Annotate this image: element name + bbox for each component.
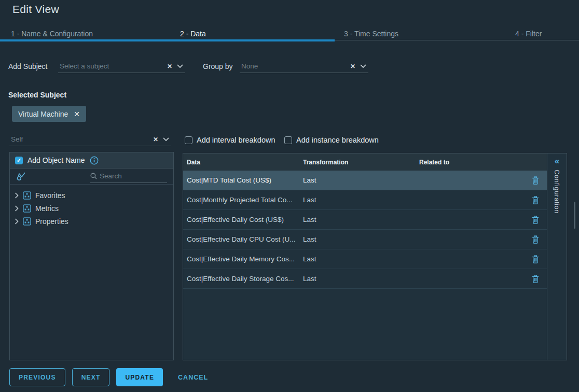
- tab-active-underline: [0, 39, 335, 41]
- chevron-down-icon[interactable]: [162, 137, 171, 141]
- configuration-label: Configuration: [553, 170, 561, 214]
- cell-data: Cost|Effective Daily CPU Cost (U...: [183, 235, 299, 243]
- table-row[interactable]: Cost|Effective Daily CPU Cost (U... Last: [183, 230, 547, 249]
- search-row: Search: [10, 169, 173, 185]
- delete-row-icon[interactable]: [524, 216, 547, 224]
- chevron-right-icon: [15, 218, 19, 225]
- delete-row-icon[interactable]: [524, 176, 547, 185]
- add-subject-placeholder: Select a subject: [58, 62, 163, 70]
- table-header: Data Transformation Related to: [183, 153, 547, 171]
- search-placeholder: Search: [100, 172, 122, 180]
- tab-time-settings[interactable]: 3 - Time Settings: [344, 30, 398, 38]
- tab-name-configuration[interactable]: 1 - Name & Configuration: [11, 30, 93, 38]
- add-object-name-checkbox[interactable]: ✓: [15, 157, 23, 164]
- search-input[interactable]: Search: [90, 170, 167, 183]
- instance-breakdown-checkbox[interactable]: [284, 136, 292, 144]
- cell-transformation: Last: [299, 255, 416, 263]
- configuration-side-tab[interactable]: « Configuration: [547, 153, 567, 360]
- tree-item-label: Properties: [35, 217, 68, 226]
- wizard-footer: PREVIOUS NEXT UPDATE CANCEL: [9, 368, 211, 386]
- delete-row-icon[interactable]: [524, 196, 547, 204]
- previous-button[interactable]: PREVIOUS: [9, 368, 65, 386]
- metric-picker-panel: ✓ Add Object Name Search: [9, 152, 174, 360]
- collapse-panel-icon[interactable]: «: [555, 157, 559, 165]
- add-instance-breakdown[interactable]: Add instance breakdown: [284, 136, 379, 144]
- group-by-select[interactable]: None ✕: [240, 60, 368, 73]
- cell-transformation: Last: [299, 216, 416, 223]
- add-subject-label: Add Subject: [8, 62, 48, 71]
- tree-item-label: Metrics: [35, 204, 59, 213]
- instance-breakdown-label: Add instance breakdown: [296, 136, 379, 144]
- chip-remove-icon[interactable]: ✕: [74, 110, 80, 118]
- group-by-label: Group by: [203, 62, 233, 71]
- column-header-data: Data: [183, 159, 299, 166]
- add-subject-select[interactable]: Select a subject ✕: [58, 60, 185, 73]
- delete-row-icon[interactable]: [524, 235, 547, 244]
- tab-data[interactable]: 2 - Data: [180, 30, 206, 38]
- table-row[interactable]: Cost|Effective Daily Memory Cos... Last: [183, 249, 547, 269]
- metric-group-icon: [23, 217, 31, 226]
- add-object-name-row[interactable]: ✓ Add Object Name: [10, 152, 173, 169]
- table-row[interactable]: Cost|Effective Daily Cost (US$) Last: [183, 210, 547, 230]
- relationship-select[interactable]: Self ✕: [9, 133, 171, 146]
- clear-icon[interactable]: ✕: [163, 63, 176, 70]
- next-button[interactable]: NEXT: [72, 368, 110, 386]
- metric-group-icon: [23, 204, 31, 213]
- interval-breakdown-checkbox[interactable]: [185, 136, 192, 144]
- cell-data: Cost|Effective Daily Cost (US$): [183, 216, 299, 223]
- scrollbar-thumb[interactable]: [574, 202, 575, 229]
- table-row[interactable]: Cost|MTD Total Cost (US$) Last: [183, 171, 547, 190]
- add-object-name-label: Add Object Name: [27, 156, 85, 164]
- data-table: Data Transformation Related to Cost|MTD …: [183, 153, 547, 360]
- table-row[interactable]: Cost|Monthly Projected Total Co... Last: [183, 190, 547, 210]
- chevron-down-icon[interactable]: [176, 64, 185, 68]
- table-row[interactable]: Cost|Effective Daily Storage Cos... Last: [183, 269, 547, 289]
- cell-transformation: Last: [299, 176, 416, 184]
- cell-transformation: Last: [299, 275, 416, 283]
- subject-chip-virtual-machine[interactable]: Virtual Machine ✕: [12, 106, 86, 122]
- clear-icon[interactable]: ✕: [149, 136, 162, 143]
- tree-item-metrics[interactable]: Metrics: [10, 202, 173, 215]
- relationship-value: Self: [9, 135, 149, 143]
- info-icon[interactable]: [90, 156, 99, 165]
- cell-data: Cost|Effective Daily Storage Cos...: [183, 275, 299, 283]
- cell-transformation: Last: [299, 196, 416, 204]
- column-header-related-to: Related to: [416, 159, 524, 166]
- group-by-value: None: [240, 62, 347, 70]
- metric-chart-icon[interactable]: [16, 172, 26, 181]
- selected-data-panel: Data Transformation Related to Cost|MTD …: [183, 153, 567, 360]
- tree-item-favorites[interactable]: Favorites: [10, 189, 173, 202]
- tree-item-label: Favorites: [35, 191, 65, 200]
- cell-transformation: Last: [299, 235, 416, 243]
- search-icon: [90, 173, 97, 179]
- chevron-right-icon: [15, 205, 19, 212]
- add-interval-breakdown[interactable]: Add interval breakdown: [185, 136, 275, 144]
- cell-data: Cost|Monthly Projected Total Co...: [183, 196, 299, 204]
- metric-tree: Favorites Metrics Properties: [10, 185, 173, 228]
- metric-group-icon: [23, 191, 31, 200]
- cell-data: Cost|MTD Total Cost (US$): [183, 176, 299, 184]
- page-title: Edit View: [12, 3, 59, 16]
- chevron-right-icon: [15, 192, 19, 199]
- tab-filter[interactable]: 4 - Filter: [515, 30, 542, 38]
- clear-icon[interactable]: ✕: [347, 63, 359, 70]
- interval-breakdown-label: Add interval breakdown: [197, 136, 275, 144]
- chevron-down-icon[interactable]: [359, 64, 368, 68]
- chip-label: Virtual Machine: [18, 110, 68, 118]
- delete-row-icon[interactable]: [524, 275, 547, 283]
- delete-row-icon[interactable]: [524, 255, 547, 263]
- cell-data: Cost|Effective Daily Memory Cos...: [183, 255, 299, 263]
- selected-subject-label: Selected Subject: [8, 91, 66, 99]
- tree-item-properties[interactable]: Properties: [10, 215, 173, 228]
- column-header-transformation: Transformation: [299, 159, 416, 166]
- update-button[interactable]: UPDATE: [116, 368, 163, 386]
- cancel-button[interactable]: CANCEL: [175, 368, 211, 386]
